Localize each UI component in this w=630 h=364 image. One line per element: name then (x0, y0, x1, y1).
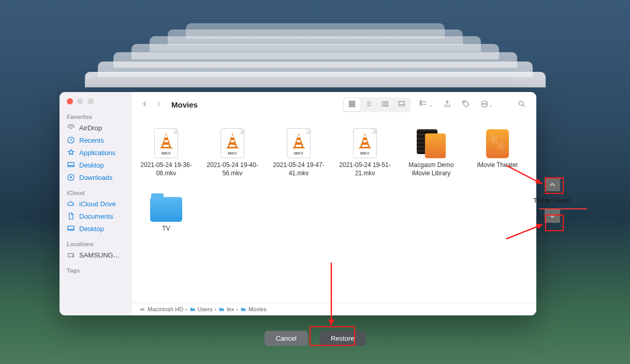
chevron-down-icon (548, 211, 557, 221)
downloads-icon (67, 173, 75, 181)
timeline-label: Today (Now) (533, 196, 571, 204)
path-sep: › (236, 306, 238, 312)
recents-icon (67, 136, 75, 144)
svg-rect-12 (399, 101, 405, 104)
svg-rect-8 (353, 101, 355, 103)
file-item[interactable]: TV (140, 188, 192, 233)
search-button[interactable] (515, 98, 529, 112)
sidebar-header-locations: Locations (60, 239, 132, 249)
sidebar-header-tags: Tags (60, 265, 132, 275)
path-sep: › (185, 306, 187, 312)
timeline-down-button[interactable] (545, 209, 560, 223)
svg-rect-21 (140, 308, 144, 311)
svg-marker-27 (328, 320, 334, 326)
sidebar-item-airdrop[interactable]: AirDrop (60, 122, 132, 134)
svg-rect-13 (420, 101, 421, 102)
file-item[interactable]: MKV2021-05-24 19-40-56.mkv (207, 124, 258, 177)
path-segment[interactable]: lex (218, 306, 234, 312)
svg-point-0 (70, 127, 72, 129)
more-button[interactable] (477, 98, 496, 112)
svg-rect-9 (349, 104, 351, 107)
timeline-up-button[interactable] (545, 178, 560, 191)
icloud-icon (67, 200, 75, 208)
tags-button[interactable] (459, 98, 473, 112)
timeline-nav: Today (Now) (533, 178, 571, 223)
minimize-button[interactable] (77, 98, 83, 104)
sidebar-item-label: Downloads (79, 174, 112, 181)
file-item[interactable]: Macgasm Demo iMovie Library (405, 124, 457, 177)
svg-point-20 (519, 101, 523, 105)
sidebar-item-downloads[interactable]: Downloads (60, 171, 132, 184)
path-bar: Macintosh HD › Users › lex › Movies (132, 302, 536, 315)
file-item[interactable]: MKV2021-05-24 19-36-08.mkv (140, 124, 192, 177)
sidebar-item-label: Documents (79, 213, 113, 220)
chevron-up-icon (548, 180, 557, 189)
file-item[interactable]: MKV2021-05-24 19-51-21.mkv (339, 124, 391, 177)
view-gallery-button[interactable] (393, 98, 410, 111)
svg-rect-2 (68, 162, 74, 166)
share-button[interactable] (440, 98, 455, 112)
file-label: 2021-05-24 19-40-56.mkv (207, 161, 258, 177)
group-button[interactable] (415, 98, 436, 112)
sidebar-header-favorites: Favorites (60, 112, 132, 122)
sidebar-item-icloud-drive[interactable]: iCloud Drive (60, 198, 132, 210)
sidebar-item-label: SAMSUNG… (79, 251, 120, 259)
window-controls (60, 98, 132, 112)
svg-point-19 (486, 103, 486, 104)
sidebar-item-applications[interactable]: Applications (60, 146, 132, 159)
external-disk-icon (67, 251, 75, 259)
sidebar-item-label: AirDrop (79, 124, 102, 132)
nav-back-button[interactable] (139, 99, 151, 110)
sidebar-item-label: Desktop (79, 161, 104, 169)
sidebar-header-icloud: iCloud (60, 188, 132, 198)
file-item[interactable]: iMovie Theater (472, 124, 523, 177)
sidebar-item-samsung[interactable]: SAMSUNG… (60, 249, 132, 261)
cancel-button[interactable]: Cancel (265, 331, 308, 346)
path-sep: › (214, 306, 216, 312)
svg-rect-4 (68, 226, 74, 230)
sidebar-item-recents[interactable]: Recents (60, 134, 132, 146)
path-segment[interactable]: Movies (240, 306, 267, 312)
toolbar: Movies (132, 92, 536, 117)
view-list-button[interactable] (360, 98, 377, 111)
svg-point-6 (72, 255, 73, 256)
svg-point-15 (464, 101, 465, 102)
zoom-button[interactable] (87, 98, 94, 104)
file-label: 2021-05-24 19-47-41.mkv (273, 161, 325, 177)
applications-icon (67, 148, 75, 157)
file-label: 2021-05-24 19-51-21.mkv (339, 161, 391, 177)
svg-point-17 (483, 103, 484, 104)
sidebar-item-label: iCloud Drive (79, 200, 116, 208)
main-pane: Movies MKV2021-05-24 19-36-08.mkvMKV2021… (132, 92, 536, 315)
svg-rect-10 (353, 104, 355, 107)
file-grid-area: MKV2021-05-24 19-36-08.mkvMKV2021-05-24 … (132, 117, 536, 302)
view-switcher (343, 97, 411, 112)
nav-forward-button[interactable] (153, 99, 164, 110)
action-buttons: Cancel Restore (265, 331, 366, 346)
svg-rect-11 (383, 101, 388, 105)
sidebar-item-label: Applications (79, 149, 115, 157)
sidebar: Favorites AirDrop Recents Applications D… (60, 92, 132, 315)
view-column-button[interactable] (377, 98, 393, 111)
airdrop-icon (67, 124, 75, 132)
close-button[interactable] (67, 98, 73, 104)
file-label: 2021-05-24 19-36-08.mkv (140, 161, 192, 177)
path-segment[interactable]: Users (189, 306, 213, 312)
sidebar-item-label: Recents (79, 136, 104, 144)
finder-window: Favorites AirDrop Recents Applications D… (60, 92, 536, 315)
file-label: Macgasm Demo iMovie Library (405, 161, 457, 177)
sidebar-item-documents[interactable]: Documents (60, 210, 132, 222)
desktop-icon (67, 161, 75, 169)
sidebar-item-desktop[interactable]: Desktop (60, 159, 132, 171)
svg-rect-14 (420, 103, 421, 105)
sidebar-item-desktop-icloud[interactable]: Desktop (60, 222, 132, 235)
svg-marker-25 (536, 224, 543, 229)
page-title: Movies (171, 100, 198, 109)
file-label: TV (140, 225, 192, 233)
documents-icon (67, 212, 75, 220)
path-segment[interactable]: Macintosh HD (139, 306, 183, 312)
restore-button[interactable]: Restore (319, 331, 366, 346)
file-item[interactable]: MKV2021-05-24 19-47-41.mkv (273, 124, 325, 177)
sidebar-item-label: Desktop (79, 225, 104, 233)
view-icon-button[interactable] (344, 98, 360, 111)
